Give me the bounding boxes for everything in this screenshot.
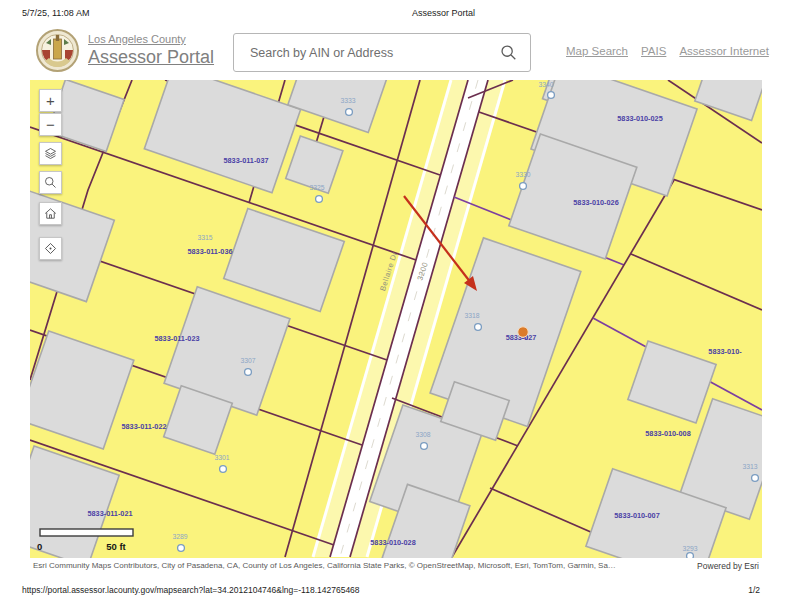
zoom-out-button[interactable]: − (39, 113, 62, 136)
locate-button[interactable] (39, 237, 62, 260)
home-icon (43, 206, 58, 221)
powered-by-esri: Powered by Esri (697, 561, 759, 571)
address-point-marker[interactable] (475, 324, 482, 331)
layers-button[interactable] (39, 142, 62, 165)
address-point-marker[interactable] (687, 553, 694, 558)
address-point-label: 3289 (172, 533, 187, 540)
map-canvas[interactable]: Bellaire Dr 3200 5833-011-0375833-011-03… (30, 80, 762, 558)
address-point-label: 3308 (415, 431, 430, 438)
plus-icon: + (46, 93, 55, 108)
parcel-number-label: 5833-010-026 (573, 198, 618, 207)
zoom-in-button[interactable]: + (39, 89, 62, 112)
address-point-label: 3313 (742, 463, 757, 470)
address-point-label: 3307 (240, 357, 255, 364)
parcel-basemap[interactable]: Bellaire Dr 3200 5833-011-0375833-011-03… (30, 80, 762, 558)
address-point-label: 3318 (464, 312, 479, 319)
locate-icon (43, 241, 58, 256)
map-attribution-row: Esri Community Maps Contributors, City o… (33, 561, 759, 571)
address-point-marker[interactable] (346, 109, 353, 116)
address-point-marker[interactable] (178, 545, 185, 552)
address-point-label: 3340 (538, 81, 553, 88)
printed-page: 5/7/25, 11:08 AM Assessor Portal Los Ang… (0, 0, 792, 612)
address-point-label: 3333 (340, 97, 355, 104)
print-datetime: 5/7/25, 11:08 AM (22, 8, 89, 18)
address-point-label: 3330 (515, 171, 530, 178)
address-point-marker[interactable] (220, 466, 227, 473)
parcel-number-label: 5833-010-028 (370, 538, 415, 547)
magnifier-icon (43, 175, 58, 190)
address-point-label: 3315 (197, 234, 212, 241)
parcel-number-label: 5833-010-008 (645, 429, 690, 438)
parcel-number-label: 5833-011-021 (87, 509, 132, 518)
portal-home-link[interactable]: Assessor Portal (88, 47, 214, 68)
home-extent-button[interactable] (39, 202, 62, 225)
header-nav: Map Search PAIS Assessor Internet (566, 45, 769, 57)
la-county-seal-logo[interactable] (36, 29, 79, 72)
address-point-marker[interactable] (520, 183, 527, 190)
minus-icon: − (46, 117, 55, 132)
parcel-number-label: 5833-010- (708, 347, 742, 356)
address-point-marker[interactable] (245, 369, 252, 376)
search-input[interactable] (248, 45, 500, 61)
address-point-label: 3293 (682, 545, 697, 552)
parcel-number-label: 5833-011-022 (121, 422, 166, 431)
scale-zero-label: 0 (37, 541, 42, 552)
parcel-number-label: 5833-010-025 (617, 114, 662, 123)
address-point-marker[interactable] (548, 92, 555, 99)
scale-distance-label: 50 ft (106, 541, 126, 552)
print-title: Assessor Portal (412, 8, 475, 18)
address-point-marker[interactable] (421, 443, 428, 450)
address-point-label: 3301 (214, 454, 229, 461)
print-footer-url: https://portal.assessor.lacounty.gov/map… (22, 585, 360, 595)
search-box[interactable] (233, 33, 531, 72)
nav-map-search[interactable]: Map Search (566, 45, 628, 57)
map-search-button[interactable] (39, 171, 62, 194)
address-point-marker[interactable] (316, 196, 323, 203)
parcel-number-label: 5833-011-023 (154, 334, 199, 343)
parcel-number-label: 5833-010-007 (614, 511, 659, 520)
nav-assessor-internet[interactable]: Assessor Internet (679, 45, 768, 57)
address-point-marker[interactable] (752, 475, 759, 482)
parcel-number-label: 5833-011-036 (187, 247, 232, 256)
county-link[interactable]: Los Angeles County (88, 33, 186, 45)
address-point-label: 3325 (309, 184, 324, 191)
layers-icon (43, 146, 58, 161)
print-footer-page-number: 1/2 (748, 585, 760, 595)
parcel-number-label: 5833-011-037 (223, 156, 268, 165)
nav-pais[interactable]: PAIS (641, 45, 666, 57)
search-icon[interactable] (500, 44, 517, 61)
selected-parcel-marker[interactable] (518, 327, 528, 337)
attribution-text: Esri Community Maps Contributors, City o… (33, 561, 616, 571)
